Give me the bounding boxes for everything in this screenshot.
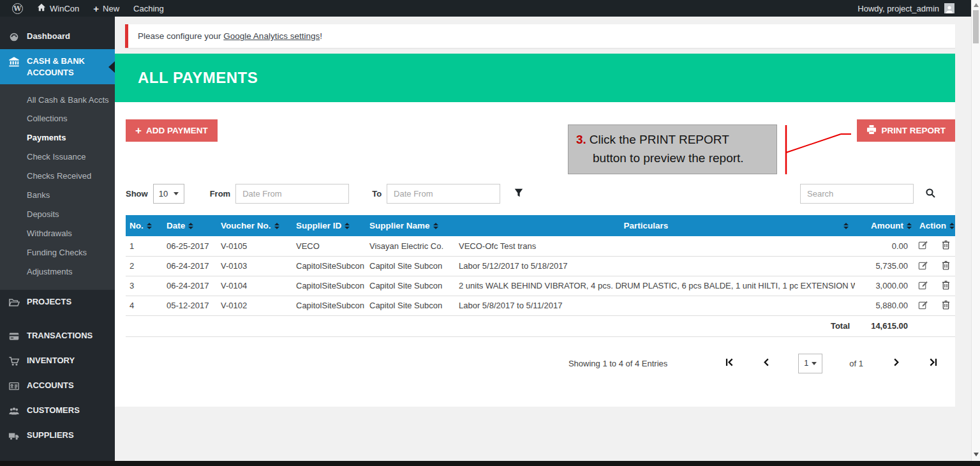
submenu-item-label: Withdrawals xyxy=(27,229,72,238)
sidebar-item-suppliers[interactable]: SUPPLIERS xyxy=(0,423,115,448)
pagination-summary: Showing 1 to 4 of 4 Entries xyxy=(568,359,667,368)
sidebar-submenu-item[interactable]: Collections xyxy=(27,110,111,129)
cell-no: 4 xyxy=(126,296,163,315)
search-input[interactable] xyxy=(800,184,914,204)
edit-button[interactable] xyxy=(918,300,928,312)
cell-supplier-name: Visayan Electric Co. xyxy=(366,236,455,256)
delete-button[interactable] xyxy=(942,280,950,292)
callout-line-1: 3.Click the PRINT REPORT xyxy=(576,131,769,149)
delete-button[interactable] xyxy=(942,300,950,312)
cell-amount: 0.00 xyxy=(855,236,916,256)
sidebar-item-transactions[interactable]: TRANSACTIONS xyxy=(0,324,115,349)
wordpress-logo-icon: W xyxy=(12,3,23,14)
cell-supplier-id: VECO xyxy=(292,236,366,256)
trash-icon xyxy=(942,300,950,312)
users-icon xyxy=(8,405,20,417)
sidebar-item-label: SUPPLIERS xyxy=(27,430,74,441)
date-to-input[interactable] xyxy=(387,184,500,204)
column-header-no[interactable]: No. xyxy=(126,215,163,236)
cell-supplier-id: CapitolSiteSubcon xyxy=(292,296,366,315)
sort-icon xyxy=(345,223,350,229)
edit-button[interactable] xyxy=(918,260,928,272)
add-payment-label: ADD PAYMENT xyxy=(146,126,208,135)
sidebar-submenu-item[interactable]: Funding Checks xyxy=(27,243,111,262)
edit-button[interactable] xyxy=(918,240,928,252)
page-size-select[interactable]: 10 xyxy=(153,184,184,204)
scroll-down-icon[interactable] xyxy=(974,453,979,456)
google-analytics-settings-link[interactable]: Google Analytics settings xyxy=(223,31,320,41)
new-menu[interactable]: + New xyxy=(86,0,126,17)
cell-date: 06-25-2017 xyxy=(163,236,217,256)
column-header-particulars-sort[interactable] xyxy=(837,215,855,236)
prev-page-button[interactable] xyxy=(762,358,771,368)
cell-amount: 3,000.00 xyxy=(855,276,916,296)
sidebar-submenu-item[interactable]: All Cash & Bank Accts xyxy=(27,91,111,110)
column-header-particulars[interactable]: Particulars xyxy=(455,215,837,236)
column-header-action[interactable]: Action xyxy=(916,215,955,236)
bottom-edge-strip xyxy=(0,461,980,466)
scroll-up-icon[interactable] xyxy=(974,3,979,7)
table-row: 2 06-24-2017 V-0103 CapitolSiteSubcon Ca… xyxy=(126,256,955,276)
sidebar-submenu-item[interactable]: Check Issuance xyxy=(27,148,111,167)
caching-menu[interactable]: Caching xyxy=(126,0,171,17)
sidebar-submenu-item[interactable]: Checks Received xyxy=(27,167,111,186)
sidebar-item-label: CUSTOMERS xyxy=(27,405,80,416)
cell-action xyxy=(916,236,955,256)
cell-particulars: Labor 5/12/2017 to 5/18/2017 xyxy=(455,256,855,276)
sidebar-submenu-item[interactable]: Withdrawals xyxy=(27,224,111,243)
sidebar-item-label: ACCOUNTS xyxy=(27,380,74,391)
cell-date: 06-24-2017 xyxy=(163,256,217,276)
sidebar-submenu-item[interactable]: Banks xyxy=(27,186,111,206)
sidebar-item-label: Dashboard xyxy=(27,31,70,42)
sidebar-item-accounts[interactable]: ACCOUNTS xyxy=(0,373,115,398)
column-header-amount[interactable]: Amount xyxy=(855,215,916,236)
column-header-supplier-name[interactable]: Supplier Name xyxy=(366,215,455,236)
column-header-supplier-id[interactable]: Supplier ID xyxy=(292,215,366,236)
sidebar-item-dashboard[interactable]: Dashboard xyxy=(0,24,115,49)
edit-icon xyxy=(918,240,928,252)
page-number-select[interactable]: 1 xyxy=(798,354,822,373)
total-value: 14,615.00 xyxy=(855,315,916,336)
vertical-scrollbar[interactable] xyxy=(971,0,980,461)
print-report-button[interactable]: PRINT REPORT xyxy=(857,119,955,142)
callout-line-2: button to preview the report. xyxy=(576,149,769,168)
total-row: Total 14,615.00 xyxy=(126,315,955,336)
cell-amount: 5,735.00 xyxy=(855,256,916,276)
sidebar-submenu-item[interactable]: Adjustments xyxy=(27,262,111,282)
sort-icon xyxy=(843,223,849,229)
last-page-button[interactable] xyxy=(929,358,937,368)
sidebar-item-inventory[interactable]: INVENTORY xyxy=(0,349,115,373)
cell-date: 06-24-2017 xyxy=(163,276,217,296)
sidebar-item-projects[interactable]: PROJECTS xyxy=(0,290,115,315)
cell-particulars: VECO-Ofc Test trans xyxy=(455,236,855,256)
cell-supplier-name: Capitol Site Subcon xyxy=(366,296,455,315)
pagination: Showing 1 to 4 of 4 Entries 1 of 1 xyxy=(126,354,955,373)
sidebar-item-customers[interactable]: CUSTOMERS xyxy=(0,398,115,423)
sidebar-submenu-item[interactable]: Payments xyxy=(27,129,111,148)
filter-button[interactable] xyxy=(514,188,523,199)
wordpress-menu[interactable]: W xyxy=(5,0,30,17)
account-menu[interactable]: Howdy, project_admin xyxy=(858,0,980,17)
site-home-link[interactable]: WinCon xyxy=(30,0,86,17)
trash-icon xyxy=(942,280,950,292)
sidebar-item-cash-bank-accounts[interactable]: CASH & BANK ACCOUNTS xyxy=(0,49,115,84)
column-header-voucher-no[interactable]: Voucher No. xyxy=(217,215,292,236)
cell-supplier-name: Capitol Site Subcon xyxy=(366,256,455,276)
page-title: ALL PAYMENTS xyxy=(138,69,258,87)
column-header-date[interactable]: Date xyxy=(163,215,217,236)
home-icon xyxy=(37,3,46,13)
next-page-button[interactable] xyxy=(892,358,900,368)
delete-button[interactable] xyxy=(942,260,950,272)
delete-button[interactable] xyxy=(942,240,950,252)
search-button[interactable] xyxy=(925,188,936,200)
date-from-input[interactable] xyxy=(235,184,349,204)
first-page-button[interactable] xyxy=(725,358,734,368)
sidebar-submenu-item[interactable]: Deposits xyxy=(27,205,111,224)
chevron-right-icon xyxy=(892,358,900,368)
submenu-item-label: All Cash & Bank Accts xyxy=(27,95,109,105)
chevron-down-icon xyxy=(812,362,817,365)
add-payment-button[interactable]: + ADD PAYMENT xyxy=(126,119,218,142)
scrollbar-thumb[interactable] xyxy=(973,10,979,43)
cell-no: 2 xyxy=(126,256,163,276)
edit-button[interactable] xyxy=(918,280,928,292)
